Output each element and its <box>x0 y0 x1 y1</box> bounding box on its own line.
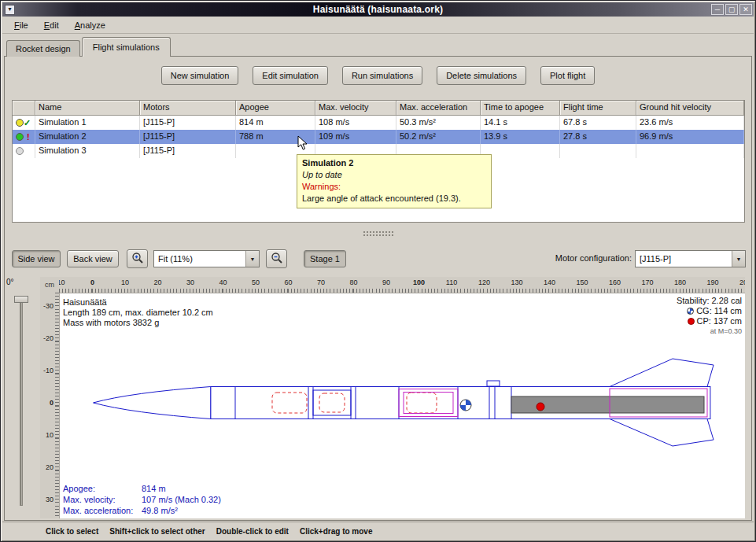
ruler-label: 160 <box>609 278 621 286</box>
ruler-label: 40 <box>219 278 227 286</box>
edit-simulation-button[interactable]: Edit simulation <box>253 66 328 85</box>
zoom-in-button[interactable] <box>127 249 148 268</box>
minimize-button[interactable]: ─ <box>711 4 724 15</box>
ruler-label: 30 <box>186 278 194 286</box>
panel-splitter[interactable] <box>5 228 751 238</box>
status-hint: Double-click to edit <box>216 527 289 536</box>
ruler-label: 70 <box>317 278 325 286</box>
cell-max-acceleration: 50.3 m/s² <box>396 116 481 130</box>
tooltip-warning-text: Large angle of attack encountered (19.3)… <box>302 193 486 205</box>
cell-flight-time: 27.8 s <box>560 130 636 144</box>
splitter-grip-icon[interactable] <box>363 230 394 236</box>
cell-max-velocity: 108 m/s <box>315 116 396 130</box>
ruler-label: 120 <box>478 278 490 286</box>
column-header[interactable]: Ground hit velocity <box>636 101 744 116</box>
motor-configuration-select[interactable]: [J115-P] ▼ <box>635 250 746 267</box>
rotation-slider-track[interactable] <box>20 298 23 506</box>
ruler-label: 60 <box>284 278 292 286</box>
maximize-button[interactable]: ▢ <box>725 4 738 15</box>
rocket-info-line: Mass with motors 3832 g <box>63 318 213 328</box>
run-simulations-button[interactable]: Run simulations <box>342 66 422 85</box>
window-controls: ─ ▢ ✕ <box>711 4 752 15</box>
motor-configuration-label: Motor configuration: <box>542 253 632 263</box>
title-bar[interactable]: ▾ Haisunäätä (haisunaata.ork) ─ ▢ ✕ <box>2 2 754 17</box>
back-view-button[interactable]: Back view <box>67 250 119 267</box>
cell-time-to-apogee <box>481 144 560 158</box>
rocket-info-line: Length 189 cm, max. diameter 10.2 cm <box>63 308 213 318</box>
warning-icon: ! <box>27 132 30 142</box>
ruler-label: 0 <box>90 278 94 286</box>
cg-icon <box>687 308 694 315</box>
status-cell: ! <box>13 130 35 144</box>
side-view-button[interactable]: Side view <box>12 250 61 267</box>
stability-value: 2.28 cal <box>711 296 742 306</box>
ruler-label: 80 <box>349 278 357 286</box>
flight-info-label: Max. velocity: <box>63 494 138 505</box>
flight-info-label: Apogee: <box>63 483 138 494</box>
status-bar: Click to selectShift+click to select oth… <box>2 522 754 540</box>
mach-label: at M=0.30 <box>677 326 742 337</box>
status-hint: Click to select <box>46 527 98 536</box>
column-header[interactable]: Apogee <box>236 101 315 116</box>
stage-1-toggle[interactable]: Stage 1 <box>304 250 346 267</box>
zoom-select-value: Fit (11%) <box>154 254 245 264</box>
zoom-select[interactable]: Fit (11%) ▼ <box>153 250 260 267</box>
rotation-angle-label: 0° <box>6 278 14 286</box>
ruler-label: 0 <box>40 399 53 407</box>
status-cell: ✓ <box>13 116 35 130</box>
tooltip-warnings-label: Warnings: <box>302 181 486 193</box>
zoom-out-button[interactable] <box>266 249 287 268</box>
cell-flight-time <box>560 144 636 158</box>
plot-flight-button[interactable]: Plot flight <box>540 66 595 85</box>
tab-rocket-design[interactable]: Rocket design <box>6 40 80 57</box>
launch-lug[interactable] <box>487 381 500 386</box>
column-header[interactable]: Motors <box>140 101 236 116</box>
menu-file[interactable]: File <box>7 18 35 32</box>
new-simulation-button[interactable]: New simulation <box>161 66 239 85</box>
cell-name: Simulation 3 <box>35 144 140 158</box>
tab-flight-simulations[interactable]: Flight simulations <box>82 37 171 57</box>
ruler-unit-label: cm <box>40 277 59 293</box>
cell-motors: [J115-P] <box>140 144 236 158</box>
ruler-label: 90 <box>382 278 390 286</box>
ruler-label: 140 <box>544 278 555 286</box>
stability-info: Stability: 2.28 cal CG: 114 cm CP: 137 c… <box>677 296 742 337</box>
ruler-label: -30 <box>40 302 53 310</box>
column-header[interactable]: Max. velocity <box>315 101 396 116</box>
table-row[interactable]: ✓Simulation 1[J115-P]814 m108 m/s50.3 m/… <box>13 116 744 130</box>
column-header[interactable]: Max. acceleration <box>396 101 481 116</box>
cell-ground-hit-velocity <box>636 144 744 158</box>
ruler-label: 170 <box>641 278 653 286</box>
cell-motors: [J115-P] <box>140 130 236 144</box>
cell-time-to-apogee: 13.9 s <box>481 130 560 144</box>
chevron-down-icon: ▼ <box>732 251 745 267</box>
tab-row: Rocket design Flight simulations <box>6 35 172 56</box>
ruler-label: 50 <box>252 278 260 286</box>
fin-top[interactable] <box>610 359 714 387</box>
rotation-slider-handle[interactable] <box>14 296 28 303</box>
cp-icon <box>688 318 695 325</box>
menu-bar: FileEditAnalyze <box>2 17 754 34</box>
ruler-label: 10 <box>121 278 129 286</box>
rocket-info: HaisunäätäLength 189 cm, max. diameter 1… <box>63 297 213 328</box>
menu-edit[interactable]: Edit <box>37 18 66 32</box>
window-title: Haisunäätä (haisunaata.ork) <box>2 4 754 15</box>
menu-analyze[interactable]: Analyze <box>68 18 112 32</box>
tooltip-title: Simulation 2 <box>302 157 486 169</box>
ruler-label: 20 <box>40 463 53 471</box>
ruler-label: -10 <box>40 367 53 374</box>
delete-simulations-button[interactable]: Delete simulations <box>437 66 526 85</box>
column-header[interactable]: Flight time <box>560 101 636 116</box>
table-header: NameMotorsApogeeMax. velocityMax. accele… <box>13 101 744 116</box>
zoom-out-icon <box>271 252 283 266</box>
nose-cone[interactable] <box>94 387 211 419</box>
cell-flight-time: 67.8 s <box>560 116 636 130</box>
fin-bottom[interactable] <box>610 419 714 447</box>
cg-label: CG: <box>696 306 712 316</box>
column-header[interactable]: Time to apogee <box>481 101 560 116</box>
column-header[interactable] <box>13 101 35 116</box>
status-stale-icon <box>16 147 24 155</box>
column-header[interactable]: Name <box>35 101 140 116</box>
close-button[interactable]: ✕ <box>739 4 752 15</box>
table-row[interactable]: !Simulation 2[J115-P]788 m109 m/s50.2 m/… <box>13 130 744 144</box>
